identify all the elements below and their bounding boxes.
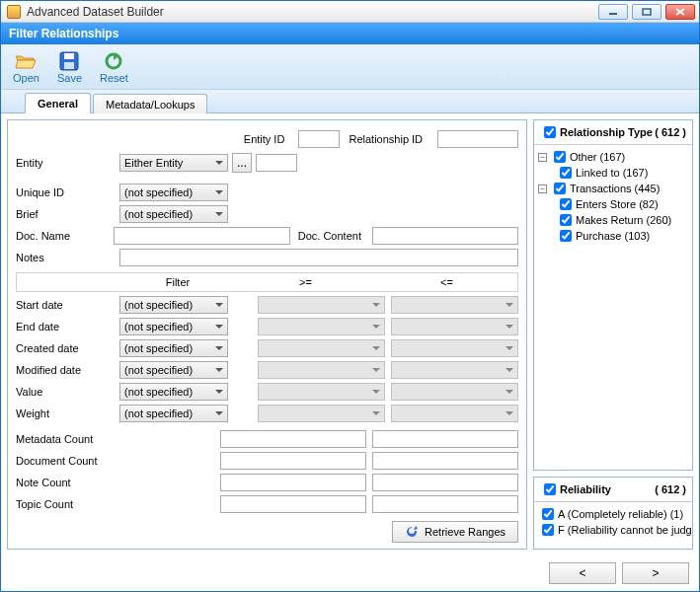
brief-row: Brief (not specified)	[16, 203, 518, 225]
collapse-icon[interactable]: −	[538, 185, 547, 193]
save-button[interactable]: Save	[51, 48, 88, 86]
entity-select[interactable]: Either Entity	[119, 154, 228, 172]
maximize-button[interactable]	[632, 4, 661, 20]
filter-col-lte: <=	[376, 276, 517, 288]
tree-node-other[interactable]: − Other (167)	[538, 149, 688, 165]
collapse-icon[interactable]: −	[538, 153, 547, 162]
tree-node-linked-to[interactable]: Linked to (167)	[538, 165, 688, 181]
document-count-gte[interactable]	[220, 452, 366, 470]
reliability-all-checkbox[interactable]	[544, 483, 556, 495]
created-date-filter-select[interactable]: (not specified)	[119, 339, 228, 357]
notes-row: Notes	[16, 247, 518, 268]
value-filter-select[interactable]: (not specified)	[119, 383, 228, 401]
makes-return-label: Makes Return (260)	[576, 214, 671, 226]
minimize-button[interactable]	[598, 4, 628, 20]
metadata-count-lte[interactable]	[372, 430, 518, 448]
entity-id-input[interactable]	[298, 130, 340, 148]
ellipsis-icon: ...	[237, 156, 247, 170]
note-count-gte[interactable]	[220, 474, 366, 491]
note-count-lte[interactable]	[372, 474, 518, 491]
modified-date-gte[interactable]	[258, 361, 385, 379]
weight-row: Weight (not specified)	[16, 403, 518, 424]
weight-gte[interactable]	[258, 405, 385, 422]
enters-store-checkbox[interactable]	[560, 198, 572, 210]
window: Advanced Dataset Builder Filter Relation…	[0, 0, 700, 592]
transactions-checkbox[interactable]	[554, 183, 566, 194]
notes-input[interactable]	[119, 249, 518, 266]
close-button[interactable]	[665, 4, 695, 20]
start-date-lte[interactable]	[391, 296, 518, 314]
right-column: Relationship Type ( 612 ) − Other (167) …	[533, 119, 693, 550]
document-count-lte[interactable]	[372, 452, 518, 470]
topic-count-gte[interactable]	[220, 495, 366, 513]
created-date-lte[interactable]	[391, 339, 518, 357]
weight-filter-select[interactable]: (not specified)	[119, 405, 228, 422]
tab-general[interactable]: General	[25, 93, 91, 113]
unique-id-select[interactable]: (not specified)	[119, 184, 228, 201]
modified-date-label: Modified date	[16, 364, 119, 376]
general-panel: Entity ID Relationship ID Entity Either …	[7, 119, 527, 550]
start-date-gte[interactable]	[258, 296, 385, 314]
tree-node-purchase[interactable]: Purchase (103)	[538, 228, 688, 244]
doc-content-label: Doc. Content	[298, 230, 372, 242]
entity-code-input[interactable]	[256, 154, 297, 172]
minimize-icon	[608, 8, 618, 16]
open-label: Open	[13, 72, 39, 84]
svg-rect-6	[64, 62, 74, 69]
modified-date-lte[interactable]	[391, 361, 518, 379]
next-button[interactable]: >	[622, 562, 689, 584]
entity-row: Entity Either Entity ...	[16, 152, 518, 174]
reliability-f-checkbox[interactable]	[542, 524, 554, 536]
relationship-id-input[interactable]	[437, 130, 518, 148]
end-date-lte[interactable]	[391, 318, 518, 335]
unique-id-label: Unique ID	[16, 186, 119, 198]
linked-to-label: Linked to (167)	[576, 167, 648, 179]
open-button[interactable]: Open	[7, 48, 45, 86]
end-date-row: End date (not specified)	[16, 316, 518, 337]
tree-node-transactions[interactable]: − Transactions (445)	[538, 181, 688, 196]
value-lte[interactable]	[391, 383, 518, 401]
relationship-type-title: Relationship Type	[560, 126, 653, 138]
retrieve-ranges-button[interactable]: Retrieve Ranges	[392, 521, 518, 543]
value-gte[interactable]	[258, 383, 385, 401]
reliability-a-checkbox[interactable]	[542, 508, 554, 520]
brief-select[interactable]: (not specified)	[119, 205, 228, 223]
save-icon	[58, 50, 80, 72]
metadata-count-gte[interactable]	[220, 430, 366, 448]
topic-count-row: Topic Count	[16, 493, 518, 515]
page-subtitle: Filter Relationships	[1, 23, 699, 44]
metadata-count-row: Metadata Count	[16, 428, 518, 450]
entity-browse-button[interactable]: ...	[232, 153, 252, 173]
doc-name-input[interactable]	[114, 227, 290, 245]
tree-node-makes-return[interactable]: Makes Return (260)	[538, 212, 688, 228]
purchase-checkbox[interactable]	[560, 230, 572, 242]
weight-lte[interactable]	[391, 405, 518, 422]
relationship-type-header: Relationship Type ( 612 )	[534, 120, 692, 145]
linked-to-checkbox[interactable]	[560, 167, 572, 179]
created-date-row: Created date (not specified)	[16, 337, 518, 359]
reliability-a[interactable]: A (Completely reliable) (1)	[538, 506, 688, 522]
prev-button[interactable]: <	[549, 562, 616, 584]
reliability-header: Reliability ( 612 )	[534, 478, 692, 502]
value-row: Value (not specified)	[16, 381, 518, 403]
doc-name-label: Doc. Name	[16, 230, 114, 242]
doc-content-input[interactable]	[372, 227, 518, 245]
makes-return-checkbox[interactable]	[560, 214, 572, 226]
reliability-f[interactable]: F (Reliability cannot be judged) (6	[538, 522, 688, 538]
end-date-gte[interactable]	[258, 318, 385, 335]
start-date-filter-select[interactable]: (not specified)	[119, 296, 228, 314]
modified-date-filter-select[interactable]: (not specified)	[119, 361, 228, 379]
transactions-label: Transactions (445)	[570, 183, 660, 194]
start-date-row: Start date (not specified)	[16, 294, 518, 316]
other-checkbox[interactable]	[554, 151, 566, 163]
chevron-right-icon: >	[652, 566, 659, 580]
tab-metadata-lookups[interactable]: Metadata/Lookups	[93, 94, 208, 113]
reset-button[interactable]: Reset	[94, 48, 134, 86]
end-date-filter-select[interactable]: (not specified)	[119, 318, 228, 335]
relationship-type-all-checkbox[interactable]	[544, 126, 556, 138]
reliability-panel: Reliability ( 612 ) A (Completely reliab…	[533, 477, 693, 550]
topic-count-lte[interactable]	[372, 495, 518, 513]
tree-node-enters-store[interactable]: Enters Store (82)	[538, 196, 688, 212]
created-date-gte[interactable]	[258, 339, 385, 357]
value-label: Value	[16, 386, 119, 398]
